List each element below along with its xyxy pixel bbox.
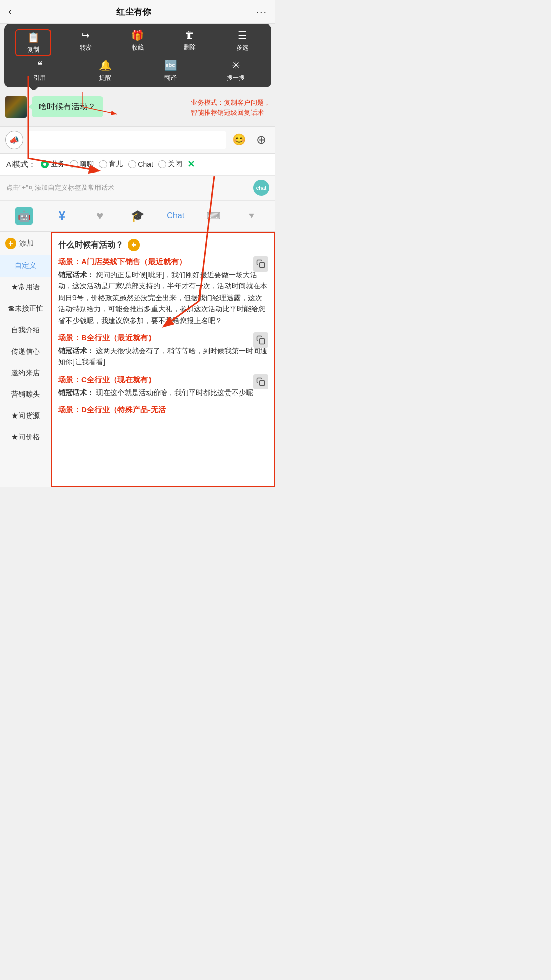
context-menu-quote[interactable]: ❝ 引用	[22, 59, 58, 82]
radio-chat[interactable]: Chat	[128, 160, 153, 168]
sidebar: + 添加 自定义 ★常用语 ☎未接正忙 自我介绍 传递信心 邀约来店 营销嗦头 …	[0, 232, 51, 487]
radio-circle-business	[41, 160, 49, 168]
toolbar-heart[interactable]: ♥	[81, 205, 119, 227]
sidebar-item-common[interactable]: ★常用语	[0, 277, 51, 298]
sales-label-b: 销冠话术：	[58, 347, 94, 355]
context-menu-collect[interactable]: 🎁 收藏	[120, 29, 156, 56]
toolbar-yen[interactable]: ¥	[43, 205, 81, 227]
scenario-title-c: 场景：C全行业（现在就有）	[58, 374, 268, 385]
chat-area-wrap: 啥时候有活动？ 业务模式：复制客户问题，智能推荐销冠级回复话术	[0, 90, 276, 126]
forward-icon: ↪	[81, 29, 90, 41]
sidebar-item-trust[interactable]: 传递信心	[0, 341, 51, 362]
toolbar-graduation[interactable]: 🎓	[119, 205, 157, 227]
toolbar-keyboard[interactable]: ⌨	[194, 205, 232, 227]
svg-rect-3	[260, 339, 265, 344]
chat-icon-label: chat	[256, 185, 267, 191]
scenario-content-c: 销冠话术： 现在这个就是活动价哈，我们平时都比这贵不少呢	[58, 387, 268, 398]
scenario-title-b: 场景：B全行业（最近就有）	[58, 332, 268, 343]
chat-area: 啥时候有活动？ 业务模式：复制客户问题，智能推荐销冠级回复话术	[0, 90, 276, 126]
context-menu-multiselect[interactable]: ☰ 多选	[224, 29, 260, 56]
add-attachment-button[interactable]: ⊕	[252, 131, 270, 149]
graduation-icon: 🎓	[131, 209, 144, 223]
hint-bar: 点击"+"可添加自定义标签及常用话术 chat	[0, 176, 276, 201]
context-menu-forward[interactable]: ↪ 转发	[68, 29, 104, 56]
context-menu-copy[interactable]: 📋 复制	[15, 29, 51, 56]
copy-icon: 📋	[27, 31, 40, 43]
sidebar-item-invite[interactable]: 邀约来店	[0, 362, 51, 384]
context-menu-row-1: 📋 复制 ↪ 转发 🎁 收藏 🗑 删除 ☰ 多选	[7, 29, 268, 56]
context-menu-remind[interactable]: 🔔 提醒	[87, 59, 123, 82]
radio-circle-parenting	[99, 160, 107, 168]
main-panel: + 添加 自定义 ★常用语 ☎未接正忙 自我介绍 传递信心 邀约来店 营销嗦头 …	[0, 232, 276, 487]
sales-label-a: 销冠话术：	[58, 271, 94, 279]
question-add-button[interactable]: +	[128, 239, 140, 251]
content-question-header: 什么时候有活动？ +	[58, 239, 268, 251]
context-menu: 📋 复制 ↪ 转发 🎁 收藏 🗑 删除 ☰ 多选 ❝ 引用 🔔 提醒 �	[4, 24, 271, 87]
plus-icon: ⊕	[256, 133, 266, 147]
radio-label-chat-fun: 嗨聊	[80, 160, 94, 169]
emoji-button[interactable]: 😊	[230, 131, 248, 149]
message-bubble: 啥时候有活动？	[32, 96, 103, 117]
scenario-block-b: 场景：B全行业（最近就有） 销冠话术： 这两天很快就会有了，稍等等哈，到时候我第…	[58, 332, 268, 368]
collect-icon: 🎁	[131, 29, 144, 41]
radio-circle-chat	[128, 160, 136, 168]
sidebar-add-button[interactable]: + 添加	[0, 232, 51, 255]
collect-label: 收藏	[132, 43, 144, 52]
remind-icon: 🔔	[99, 59, 112, 71]
add-circle-icon: +	[5, 238, 16, 249]
search-label: 搜一搜	[227, 74, 245, 82]
toolbar-expand[interactable]: ▼	[233, 205, 270, 227]
yen-icon: ¥	[59, 209, 65, 223]
sales-text-c: 现在这个就是活动价哈，我们平时都比这贵不少呢	[96, 388, 253, 397]
sidebar-item-price[interactable]: ★问价格	[0, 427, 51, 448]
back-button[interactable]: ‹	[8, 5, 12, 18]
emoji-icon: 😊	[232, 133, 246, 146]
sidebar-item-marketing[interactable]: 营销嗦头	[0, 384, 51, 405]
copy-button-a[interactable]	[253, 256, 268, 272]
copy-button-c[interactable]	[253, 374, 268, 389]
radio-business[interactable]: 业务	[41, 160, 65, 169]
toolbar: 🤖 ¥ ♥ 🎓 Chat ⌨ ▼	[0, 201, 276, 232]
svg-rect-2	[260, 263, 265, 268]
expand-icon: ▼	[247, 211, 256, 220]
quote-label: 引用	[34, 74, 46, 82]
translate-label: 翻译	[164, 74, 177, 82]
radio-off[interactable]: 关闭	[158, 160, 182, 169]
ai-mode-bar: Ai模式： 业务 嗨聊 育儿 Chat 关闭 ✕	[0, 154, 276, 176]
delete-label: 删除	[184, 43, 196, 52]
hint-chat-icon: chat	[253, 180, 269, 196]
radio-chat-fun[interactable]: 嗨聊	[70, 160, 94, 169]
heart-icon: ♥	[96, 209, 103, 223]
voice-button[interactable]: 📣	[5, 131, 23, 149]
sidebar-item-intro[interactable]: 自我介绍	[0, 320, 51, 341]
context-menu-search[interactable]: ✳ 搜一搜	[218, 59, 254, 82]
radio-circle-off	[158, 160, 166, 168]
ai-mode-close-button[interactable]: ✕	[187, 159, 195, 170]
radio-label-parenting: 育儿	[109, 160, 123, 169]
scenario-block-c: 场景：C全行业（现在就有） 销冠话术： 现在这个就是活动价哈，我们平时都比这贵不…	[58, 374, 268, 398]
keyboard-icon: ⌨	[206, 210, 221, 222]
ai-mode-label: Ai模式：	[6, 160, 36, 169]
sidebar-item-source[interactable]: ★问货源	[0, 405, 51, 427]
radio-parenting[interactable]: 育儿	[99, 160, 123, 169]
context-menu-row-2: ❝ 引用 🔔 提醒 🔤 翻译 ✳ 搜一搜	[7, 59, 268, 82]
context-menu-delete[interactable]: 🗑 删除	[172, 29, 208, 56]
svg-rect-4	[260, 380, 265, 385]
copy-label: 复制	[27, 45, 39, 54]
scenario-block-d: 场景：D全行业（特殊产品-无活	[58, 404, 268, 415]
scenario-content-a: 销冠话术： 您问的正是时候[呲牙]，我们刚好最近要做一场大活动，这次活动是厂家/…	[58, 269, 268, 326]
sidebar-item-custom[interactable]: 自定义	[0, 255, 51, 277]
more-button[interactable]: ···	[256, 6, 267, 18]
sidebar-item-busy[interactable]: ☎未接正忙	[0, 298, 51, 320]
search-icon: ✳	[232, 59, 240, 71]
context-menu-translate[interactable]: 🔤 翻译	[153, 59, 188, 82]
annotation-text: 业务模式：复制客户问题，智能推荐销冠级回复话术	[191, 97, 270, 117]
toolbar-bot[interactable]: 🤖	[5, 205, 43, 227]
delete-icon: 🗑	[185, 29, 195, 41]
copy-button-b[interactable]	[253, 332, 268, 348]
toolbar-chat[interactable]: Chat	[157, 205, 194, 227]
sales-label-c: 销冠话术：	[58, 388, 94, 397]
radio-label-chat: Chat	[138, 160, 153, 168]
message-input[interactable]	[28, 131, 226, 149]
add-label: 添加	[19, 239, 34, 248]
